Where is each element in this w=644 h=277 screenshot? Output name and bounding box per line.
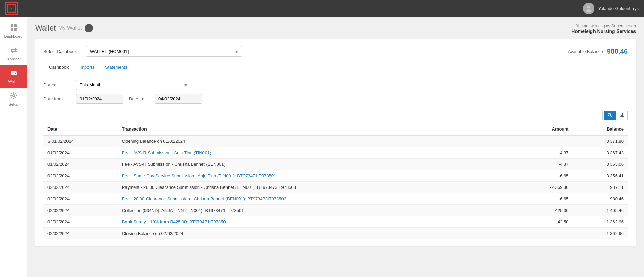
app-logo: · [5, 2, 18, 15]
cell-balance: 3 356.41 [573, 170, 628, 182]
cell-balance: 3 363.06 [573, 159, 628, 170]
date-range-row: Date from: Date to: [43, 94, 628, 104]
page-title-main: Wallet [35, 24, 56, 33]
main-content: Wallet My Wallet You are working as Supe… [27, 17, 644, 277]
tab-imports[interactable]: Imports [74, 62, 100, 73]
cell-balance: 3 367.43 [573, 147, 628, 159]
download-button[interactable] [617, 111, 628, 120]
sidebar-wallet-label: Wallet [8, 80, 18, 84]
cell-transaction: Closing Balance on 02/02/2024 [118, 228, 514, 239]
svg-text:·: · [11, 6, 12, 12]
cell-amount: -4.37 [514, 159, 573, 170]
svg-point-2 [587, 6, 590, 8]
table-row: 02/02/2024Payment - 20:00 Clearance Subm… [43, 182, 628, 193]
date-from-input[interactable] [76, 94, 123, 104]
cell-balance: 3 371.80 [573, 135, 628, 147]
username-label: Yolande Geldenhuys [598, 6, 639, 11]
cashbook-label: Select Cashbook [43, 49, 81, 54]
search-button[interactable] [604, 111, 616, 120]
table-header-row: Date Transaction Amount Balance [43, 123, 628, 135]
sidebar: Dashboard Transact Wallet [0, 17, 27, 277]
svg-point-10 [13, 95, 15, 97]
transact-icon [10, 46, 17, 56]
cell-date: 02/02/2024 [43, 193, 118, 205]
page-title-sub: My Wallet [58, 25, 82, 31]
sidebar-setup-label: Setup [8, 102, 18, 106]
balance-section: Available Balance 980.46 [568, 47, 628, 55]
dates-select-wrap: This Month Last Month Custom Range ▼ [76, 80, 191, 90]
cell-transaction: Opening Balance on 01/02/2024 [118, 135, 514, 147]
table-row: 01/02/2024Fee - AVS-R Submission - Anja … [43, 147, 628, 159]
page-title-row: Wallet My Wallet [35, 24, 93, 33]
cell-balance: 1 362.96 [573, 228, 628, 239]
cell-date: 02/02/2024 [43, 205, 118, 216]
transactions-table-wrap: Date Transaction Amount Balance ▲01/02/2… [43, 123, 628, 239]
cell-date: 01/02/2024 [43, 159, 118, 170]
setup-icon [10, 92, 17, 101]
cell-date: ▲01/02/2024 [43, 135, 118, 147]
tab-statements[interactable]: Statements [100, 62, 133, 73]
cell-transaction: Fee - Same Day Service Submission - Anja… [118, 170, 514, 182]
dates-select[interactable]: This Month Last Month Custom Range [76, 80, 191, 90]
table-row: 02/02/2024Fee - Same Day Service Submiss… [43, 170, 628, 182]
col-amount: Amount [514, 123, 573, 135]
cell-balance: 1 405.46 [573, 205, 628, 216]
sidebar-item-transact[interactable]: Transact [0, 42, 27, 65]
sidebar-item-dashboard[interactable]: Dashboard [0, 20, 27, 42]
wallet-card: Select Cashbook WALLET (HOM001) ▼ Availa… [35, 39, 636, 246]
user-info: Yolande Geldenhuys [583, 3, 639, 14]
cell-amount: -6.65 [514, 193, 573, 205]
cell-amount: -42.50 [514, 216, 573, 228]
cell-transaction: Fee - AVS-R Submission - Anja Tinn (TIN0… [118, 147, 514, 159]
cell-transaction: Fee - AVS-R Submission - Chrisna Bennet … [118, 159, 514, 170]
wallet-icon [10, 69, 17, 78]
superuser-info: You are working as Superuser on Homeleig… [571, 24, 636, 34]
svg-rect-9 [15, 73, 16, 74]
col-transaction: Transaction [118, 123, 514, 135]
superuser-prefix: You are working as Superuser on [576, 24, 636, 28]
avatar [583, 3, 594, 14]
sidebar-item-wallet[interactable]: Wallet [0, 65, 27, 88]
topbar: · Yolande Geldenhuys [0, 0, 644, 17]
cell-amount [514, 135, 573, 147]
sidebar-item-setup[interactable]: Setup [0, 88, 27, 111]
date-to-input[interactable] [155, 94, 202, 104]
filters-dates-row: Dates: This Month Last Month Custom Rang… [43, 80, 628, 90]
tab-cashbook[interactable]: Cashbook [43, 62, 74, 73]
sidebar-transact-label: Transact [6, 57, 20, 61]
cell-balance: 1 362.96 [573, 216, 628, 228]
add-wallet-button[interactable] [85, 24, 93, 32]
cashbook-row: Select Cashbook WALLET (HOM001) ▼ Availa… [43, 46, 628, 57]
col-balance: Balance [573, 123, 628, 135]
table-row: 02/02/2024Closing Balance on 02/02/20241… [43, 228, 628, 239]
dates-label: Dates: [43, 82, 71, 87]
cell-amount: -4.37 [514, 147, 573, 159]
cell-date: 02/02/2024 [43, 170, 118, 182]
transactions-table: Date Transaction Amount Balance ▲01/02/2… [43, 123, 628, 239]
page-header: Wallet My Wallet You are working as Supe… [35, 24, 636, 34]
cell-date: 01/02/2024 [43, 147, 118, 159]
date-from-label: Date from: [43, 96, 71, 101]
cell-amount [514, 228, 573, 239]
table-row: 01/02/2024Fee - AVS-R Submission - Chris… [43, 159, 628, 170]
cashbook-select-wrap: WALLET (HOM001) ▼ [86, 46, 242, 57]
col-date: Date [43, 123, 118, 135]
table-row: 02/02/2024Bank Surety - 10% from R425.00… [43, 216, 628, 228]
cell-amount: -6.65 [514, 170, 573, 182]
cell-transaction: Collection (004ND): ANJA TINN (TIN001): … [118, 205, 514, 216]
cell-amount: 425.00 [514, 205, 573, 216]
date-to-label: Date to: [129, 96, 149, 101]
search-row [43, 111, 628, 120]
cashbook-select[interactable]: WALLET (HOM001) [86, 46, 242, 57]
cell-transaction: Payment - 20:00 Clearance Submission - C… [118, 182, 514, 193]
table-row: 02/02/2024Fee - 20:00 Clearance Submissi… [43, 193, 628, 205]
tabs: Cashbook Imports Statements [43, 62, 628, 73]
cell-balance: 987.11 [573, 182, 628, 193]
svg-line-13 [610, 116, 612, 117]
svg-rect-7 [14, 28, 17, 31]
search-input[interactable] [542, 111, 603, 120]
cell-transaction: Bank Surety - 10% from R425.00: BT973471… [118, 216, 514, 228]
cell-amount: -2 369.30 [514, 182, 573, 193]
balance-value: 980.46 [607, 47, 628, 55]
table-row: 02/02/2024Collection (004ND): ANJA TINN … [43, 205, 628, 216]
